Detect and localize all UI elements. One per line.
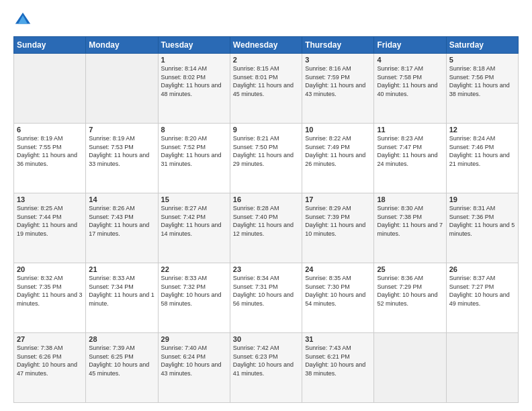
cell-info: Sunrise: 8:27 AM Sunset: 7:42 PM Dayligh… xyxy=(161,204,227,238)
cell-info: Sunrise: 8:30 AM Sunset: 7:38 PM Dayligh… xyxy=(377,204,443,238)
calendar-cell: 6Sunrise: 8:19 AM Sunset: 7:55 PM Daylig… xyxy=(14,124,86,193)
calendar-cell: 26Sunrise: 8:37 AM Sunset: 7:27 PM Dayli… xyxy=(446,263,518,333)
calendar-cell: 5Sunrise: 8:18 AM Sunset: 7:56 PM Daylig… xyxy=(446,54,518,124)
day-number: 23 xyxy=(233,265,299,273)
week-row-4: 20Sunrise: 8:32 AM Sunset: 7:35 PM Dayli… xyxy=(14,263,519,333)
cell-info: Sunrise: 8:36 AM Sunset: 7:29 PM Dayligh… xyxy=(377,274,443,308)
cell-info: Sunrise: 8:33 AM Sunset: 7:32 PM Dayligh… xyxy=(161,274,227,308)
calendar-cell: 22Sunrise: 8:33 AM Sunset: 7:32 PM Dayli… xyxy=(158,263,230,333)
day-header-tuesday: Tuesday xyxy=(158,37,230,54)
calendar-cell: 4Sunrise: 8:17 AM Sunset: 7:58 PM Daylig… xyxy=(374,54,446,124)
day-number: 1 xyxy=(161,56,227,64)
calendar-cell: 20Sunrise: 8:32 AM Sunset: 7:35 PM Dayli… xyxy=(14,263,86,333)
calendar-cell: 25Sunrise: 8:36 AM Sunset: 7:29 PM Dayli… xyxy=(374,263,446,333)
calendar-cell: 3Sunrise: 8:16 AM Sunset: 7:59 PM Daylig… xyxy=(302,54,374,124)
week-row-1: 1Sunrise: 8:14 AM Sunset: 8:02 PM Daylig… xyxy=(14,54,519,124)
cell-info: Sunrise: 8:21 AM Sunset: 7:50 PM Dayligh… xyxy=(233,134,299,168)
calendar-cell: 9Sunrise: 8:21 AM Sunset: 7:50 PM Daylig… xyxy=(230,124,302,193)
calendar-cell: 30Sunrise: 7:42 AM Sunset: 6:23 PM Dayli… xyxy=(230,333,302,403)
calendar-cell: 16Sunrise: 8:28 AM Sunset: 7:40 PM Dayli… xyxy=(230,193,302,263)
day-number: 7 xyxy=(89,126,154,134)
cell-info: Sunrise: 8:22 AM Sunset: 7:49 PM Dayligh… xyxy=(305,134,371,168)
day-number: 28 xyxy=(89,335,154,343)
week-row-2: 6Sunrise: 8:19 AM Sunset: 7:55 PM Daylig… xyxy=(14,124,519,193)
day-number: 8 xyxy=(161,126,227,134)
cell-info: Sunrise: 8:19 AM Sunset: 7:53 PM Dayligh… xyxy=(89,134,154,168)
calendar-cell xyxy=(446,333,518,403)
day-number: 11 xyxy=(377,126,443,134)
cell-info: Sunrise: 7:43 AM Sunset: 6:21 PM Dayligh… xyxy=(305,344,371,377)
header-row: SundayMondayTuesdayWednesdayThursdayFrid… xyxy=(14,37,519,54)
day-number: 2 xyxy=(233,56,299,64)
calendar-cell: 11Sunrise: 8:23 AM Sunset: 7:47 PM Dayli… xyxy=(374,124,446,193)
cell-info: Sunrise: 8:31 AM Sunset: 7:36 PM Dayligh… xyxy=(449,204,515,238)
day-header-friday: Friday xyxy=(374,37,446,54)
calendar-cell: 7Sunrise: 8:19 AM Sunset: 7:53 PM Daylig… xyxy=(86,124,158,193)
cell-info: Sunrise: 7:38 AM Sunset: 6:26 PM Dayligh… xyxy=(17,344,83,377)
calendar-cell: 1Sunrise: 8:14 AM Sunset: 8:02 PM Daylig… xyxy=(158,54,230,124)
cell-info: Sunrise: 8:26 AM Sunset: 7:43 PM Dayligh… xyxy=(89,204,154,238)
calendar-cell: 10Sunrise: 8:22 AM Sunset: 7:49 PM Dayli… xyxy=(302,124,374,193)
day-header-sunday: Sunday xyxy=(14,37,86,54)
day-number: 22 xyxy=(161,265,227,273)
day-number: 5 xyxy=(449,56,515,64)
cell-info: Sunrise: 8:19 AM Sunset: 7:55 PM Dayligh… xyxy=(17,134,83,168)
cell-info: Sunrise: 7:42 AM Sunset: 6:23 PM Dayligh… xyxy=(233,344,299,377)
cell-info: Sunrise: 8:16 AM Sunset: 7:59 PM Dayligh… xyxy=(305,64,371,98)
logo-icon xyxy=(13,11,32,30)
day-number: 9 xyxy=(233,126,299,134)
day-header-monday: Monday xyxy=(86,37,158,54)
calendar-cell: 19Sunrise: 8:31 AM Sunset: 7:36 PM Dayli… xyxy=(446,193,518,263)
day-number: 15 xyxy=(161,195,227,203)
day-number: 26 xyxy=(449,265,515,273)
week-row-3: 13Sunrise: 8:25 AM Sunset: 7:44 PM Dayli… xyxy=(14,193,519,263)
day-number: 24 xyxy=(305,265,371,273)
day-header-saturday: Saturday xyxy=(446,37,518,54)
day-number: 21 xyxy=(89,265,154,273)
day-number: 31 xyxy=(305,335,371,343)
calendar-cell: 8Sunrise: 8:20 AM Sunset: 7:52 PM Daylig… xyxy=(158,124,230,193)
day-number: 30 xyxy=(233,335,299,343)
cell-info: Sunrise: 8:15 AM Sunset: 8:01 PM Dayligh… xyxy=(233,64,299,98)
day-header-wednesday: Wednesday xyxy=(230,37,302,54)
calendar-cell xyxy=(14,54,86,124)
day-number: 18 xyxy=(377,195,443,203)
cell-info: Sunrise: 8:35 AM Sunset: 7:30 PM Dayligh… xyxy=(305,274,371,308)
day-number: 29 xyxy=(161,335,227,343)
calendar-cell: 17Sunrise: 8:29 AM Sunset: 7:39 PM Dayli… xyxy=(302,193,374,263)
calendar: SundayMondayTuesdayWednesdayThursdayFrid… xyxy=(13,36,519,403)
cell-info: Sunrise: 7:39 AM Sunset: 6:25 PM Dayligh… xyxy=(89,344,154,377)
cell-info: Sunrise: 8:18 AM Sunset: 7:56 PM Dayligh… xyxy=(449,64,515,98)
calendar-cell: 21Sunrise: 8:33 AM Sunset: 7:34 PM Dayli… xyxy=(86,263,158,333)
day-number: 12 xyxy=(449,126,515,134)
calendar-cell: 24Sunrise: 8:35 AM Sunset: 7:30 PM Dayli… xyxy=(302,263,374,333)
calendar-cell: 29Sunrise: 7:40 AM Sunset: 6:24 PM Dayli… xyxy=(158,333,230,403)
cell-info: Sunrise: 8:20 AM Sunset: 7:52 PM Dayligh… xyxy=(161,134,227,168)
cell-info: Sunrise: 8:29 AM Sunset: 7:39 PM Dayligh… xyxy=(305,204,371,238)
cell-info: Sunrise: 8:37 AM Sunset: 7:27 PM Dayligh… xyxy=(449,274,515,308)
calendar-cell: 12Sunrise: 8:24 AM Sunset: 7:46 PM Dayli… xyxy=(446,124,518,193)
day-number: 20 xyxy=(17,265,83,273)
day-number: 17 xyxy=(305,195,371,203)
calendar-cell xyxy=(374,333,446,403)
day-number: 6 xyxy=(17,126,83,134)
calendar-cell: 18Sunrise: 8:30 AM Sunset: 7:38 PM Dayli… xyxy=(374,193,446,263)
day-number: 10 xyxy=(305,126,371,134)
week-row-5: 27Sunrise: 7:38 AM Sunset: 6:26 PM Dayli… xyxy=(14,333,519,403)
day-number: 16 xyxy=(233,195,299,203)
calendar-cell: 13Sunrise: 8:25 AM Sunset: 7:44 PM Dayli… xyxy=(14,193,86,263)
cell-info: Sunrise: 7:40 AM Sunset: 6:24 PM Dayligh… xyxy=(161,344,227,377)
day-number: 14 xyxy=(89,195,154,203)
day-number: 4 xyxy=(377,56,443,64)
cell-info: Sunrise: 8:23 AM Sunset: 7:47 PM Dayligh… xyxy=(377,134,443,168)
cell-info: Sunrise: 8:24 AM Sunset: 7:46 PM Dayligh… xyxy=(449,134,515,168)
cell-info: Sunrise: 8:28 AM Sunset: 7:40 PM Dayligh… xyxy=(233,204,299,238)
calendar-cell: 27Sunrise: 7:38 AM Sunset: 6:26 PM Dayli… xyxy=(14,333,86,403)
calendar-cell xyxy=(86,54,158,124)
calendar-cell: 14Sunrise: 8:26 AM Sunset: 7:43 PM Dayli… xyxy=(86,193,158,263)
cell-info: Sunrise: 8:32 AM Sunset: 7:35 PM Dayligh… xyxy=(17,274,83,308)
cell-info: Sunrise: 8:33 AM Sunset: 7:34 PM Dayligh… xyxy=(89,274,154,308)
day-header-thursday: Thursday xyxy=(302,37,374,54)
day-number: 3 xyxy=(305,56,371,64)
cell-info: Sunrise: 8:14 AM Sunset: 8:02 PM Dayligh… xyxy=(161,64,227,98)
